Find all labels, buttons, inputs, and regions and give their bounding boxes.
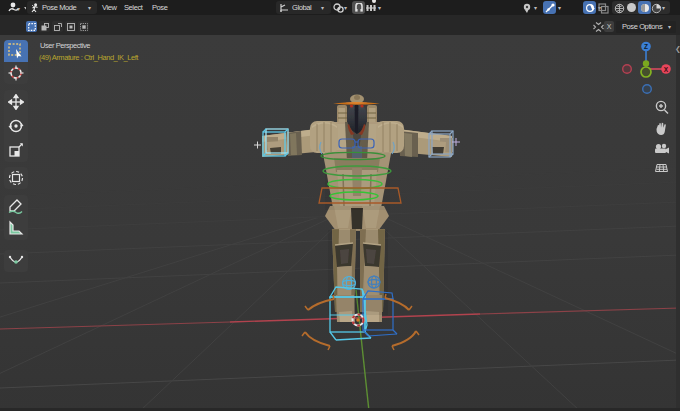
- svg-text:Z: Z: [644, 43, 648, 50]
- svg-text:X: X: [664, 66, 669, 73]
- svg-text:❮: ❮: [675, 45, 680, 53]
